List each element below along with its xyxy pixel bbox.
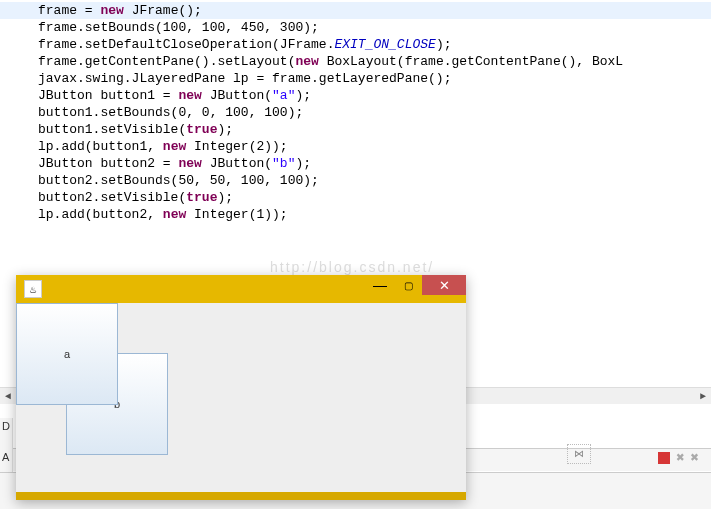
code-line: lp.add(button1, new Integer(2)); xyxy=(0,138,711,155)
java-cup-icon: ♨ xyxy=(24,280,42,298)
swing-jframe-window[interactable]: ♨ — ▢ ✕ b a xyxy=(16,275,466,500)
code-line: button2.setVisible(true); xyxy=(0,189,711,206)
code-line: lp.add(button2, new Integer(1)); xyxy=(0,206,711,223)
code-line: button1.setBounds(0, 0, 100, 100); xyxy=(0,104,711,121)
content-pane: b a xyxy=(16,303,466,492)
close-button[interactable]: ✕ xyxy=(422,275,466,295)
code-line: JButton button1 = new JButton("a"); xyxy=(0,87,711,104)
code-line: frame.setBounds(100, 100, 450, 300); xyxy=(0,19,711,36)
terminate-button[interactable] xyxy=(658,452,670,464)
code-line: button1.setVisible(true); xyxy=(0,121,711,138)
console-controls: ✖ ✖ xyxy=(658,449,699,466)
minimize-button[interactable]: — xyxy=(366,275,394,295)
gutter-label: D xyxy=(2,420,10,432)
code-line: frame.setDefaultCloseOperation(JFrame.EX… xyxy=(0,36,711,53)
window-controls: — ▢ ✕ xyxy=(366,275,466,295)
jbutton-a[interactable]: a xyxy=(16,303,118,405)
code-line: frame.getContentPane().setLayout(new Box… xyxy=(0,53,711,70)
gutter-label: A xyxy=(2,451,9,463)
scroll-left-icon[interactable]: ◄ xyxy=(0,388,16,404)
remove-launch-icon[interactable]: ✖ xyxy=(676,449,684,466)
code-line: JButton button2 = new JButton("b"); xyxy=(0,155,711,172)
code-line: frame = new JFrame(); xyxy=(0,2,711,19)
scroll-right-icon[interactable]: ► xyxy=(695,388,711,404)
watermark-text: http://blog.csdn.net/ xyxy=(270,259,434,275)
tab-close-icon[interactable]: ⋈ xyxy=(567,444,591,464)
remove-all-icon[interactable]: ✖ xyxy=(691,449,699,466)
maximize-button[interactable]: ▢ xyxy=(394,275,422,295)
code-line: javax.swing.JLayeredPane lp = frame.getL… xyxy=(0,70,711,87)
titlebar[interactable]: ♨ — ▢ ✕ xyxy=(16,275,466,303)
code-line: button2.setBounds(50, 50, 100, 100); xyxy=(0,172,711,189)
